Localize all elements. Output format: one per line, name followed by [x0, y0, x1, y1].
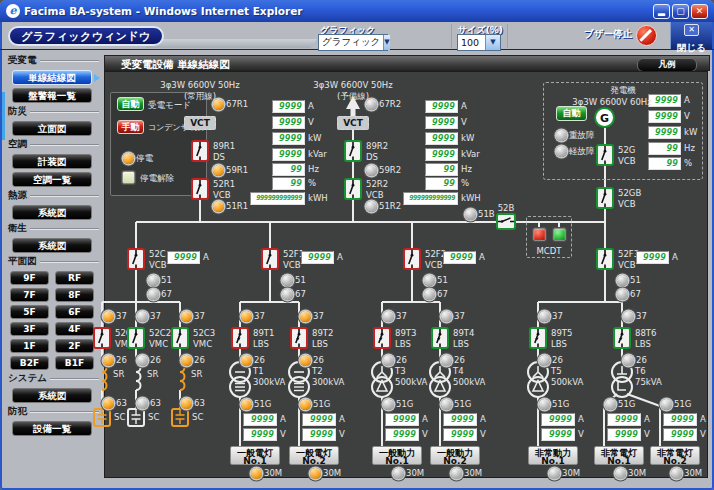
load-name-line: No.2 [290, 457, 338, 466]
meter-unit: V [422, 429, 428, 439]
breaker-open[interactable] [344, 140, 362, 162]
breaker-open[interactable] [596, 248, 614, 270]
indicator-lamp [241, 399, 252, 410]
breaker-closed[interactable] [93, 327, 111, 349]
breaker-closed[interactable] [127, 248, 145, 270]
breaker-open[interactable] [613, 327, 631, 349]
diagram-label: T1 [253, 366, 264, 376]
meter-unit: kVar [461, 149, 480, 159]
lamp-label: 26 [254, 355, 265, 365]
indicator-lamp [251, 468, 262, 479]
breaker-closed[interactable] [403, 248, 421, 270]
breaker-id: 52C [149, 249, 166, 259]
lamp-label: 51G [674, 399, 691, 409]
manual-mode-button[interactable]: 手動 [117, 120, 144, 134]
lamp-label: 37 [194, 311, 205, 321]
breaker-closed[interactable] [231, 327, 249, 349]
lamp-label: 停電 [136, 153, 153, 163]
diagram-label: T3 [395, 366, 406, 376]
meter-display: 9999 [443, 413, 477, 426]
indicator-lamp [539, 355, 550, 366]
lamp-label: 37 [254, 311, 265, 321]
meter-display: 99 [648, 142, 681, 155]
breaker-glyph [129, 250, 143, 268]
breaker-kind: DS [213, 152, 225, 162]
breaker-kind: VMC [149, 339, 168, 349]
breaker-closed[interactable] [191, 140, 209, 162]
meter-display: 9999 [541, 428, 575, 441]
breaker-id: 89T5 [551, 328, 572, 338]
lamp-label: 67R1 [226, 99, 248, 109]
tie-breaker-52b[interactable] [496, 213, 516, 230]
meter-display: 9999 [541, 413, 575, 426]
lamp-label: 30M [628, 468, 646, 478]
mcdt-red-lamp [533, 228, 546, 241]
load-label[interactable]: 非常電灯No.1 [594, 446, 644, 465]
breaker-closed[interactable] [191, 178, 209, 200]
lamp-label: 51 [161, 275, 172, 285]
breaker-glyph [173, 329, 187, 347]
load-name-line: No.1 [373, 457, 421, 466]
breaker-glyph [292, 329, 306, 347]
breaker-open[interactable] [431, 327, 449, 349]
meter-display: 9999 [648, 110, 681, 123]
auto-mode-button[interactable]: 自動 [117, 97, 144, 111]
meter-unit: V [480, 429, 486, 439]
lamp-label: 67 [295, 289, 306, 299]
meter-display: 9999 [385, 428, 419, 441]
load-label[interactable]: 非常動力No.1 [528, 446, 578, 465]
load-label[interactable]: 一般電灯No.1 [230, 446, 280, 465]
generator-auto-button[interactable]: 自動 [556, 106, 587, 121]
lamp-label: 30M [684, 468, 702, 478]
indicator-lamp [661, 399, 672, 410]
indicator-lamp [556, 130, 567, 141]
load-label[interactable]: 一般動力No.1 [372, 446, 422, 465]
breaker-closed[interactable] [261, 248, 279, 270]
breaker-open[interactable] [596, 187, 614, 209]
lamp-label: 26 [150, 355, 161, 365]
indicator-lamp [539, 399, 550, 410]
indicator-lamp [366, 165, 377, 176]
load-name-line: No.2 [431, 457, 479, 466]
diagram-label: 500kVA [551, 377, 583, 387]
breaker-open[interactable] [171, 327, 189, 349]
breaker-glyph [193, 142, 207, 160]
indicator-lamp [556, 146, 567, 157]
indicator-lamp [241, 355, 252, 366]
breaker-open[interactable] [344, 178, 362, 200]
load-name-line: No.1 [529, 457, 577, 466]
load-label[interactable]: 非常電灯No.2 [650, 446, 700, 465]
meter-display: 9999 [243, 428, 277, 441]
single-line-diagram: 自動 受電モード 手動 コンデンサ制御 停電解除 VCT VCT 自動 G 67… [0, 0, 714, 490]
lamp-label: 30M [323, 468, 341, 478]
meter-unit: V [280, 429, 286, 439]
lamp-label: 51 [630, 275, 641, 285]
breaker-open[interactable] [596, 144, 614, 166]
lamp-label: 重故障 [569, 130, 595, 140]
load-label[interactable]: 一般電灯No.2 [289, 446, 339, 465]
breaker-id: 89T3 [395, 328, 416, 338]
meter-display: 9999 [302, 413, 336, 426]
breaker-closed[interactable] [373, 327, 391, 349]
lamp-label: 26 [636, 355, 647, 365]
breaker-glyph [598, 189, 612, 207]
breaker-open[interactable] [127, 327, 145, 349]
meter-unit: A [479, 252, 485, 262]
breaker-kind: VCB [366, 190, 384, 200]
breaker-open[interactable] [529, 327, 547, 349]
breaker-closed[interactable] [290, 327, 308, 349]
breaker-kind: LBS [253, 339, 269, 349]
indicator-lamp [310, 468, 321, 479]
meter-display: 9999 [663, 413, 697, 426]
lamp-label: 37 [636, 311, 647, 321]
diagram-label: SC [114, 412, 125, 422]
meter-display: 9999 [301, 251, 334, 264]
load-label[interactable]: 一般動力No.2 [430, 446, 480, 465]
diagram-label: SR [147, 369, 158, 379]
breaker-id: 88T6 [635, 328, 656, 338]
meter-unit: A [578, 414, 584, 424]
diagram-label: 3φ3W 6600V 50Hz [160, 80, 239, 90]
lamp-label: 37 [552, 311, 563, 321]
breaker-kind: VCB [618, 156, 636, 166]
meter-display: 9999 [443, 428, 477, 441]
